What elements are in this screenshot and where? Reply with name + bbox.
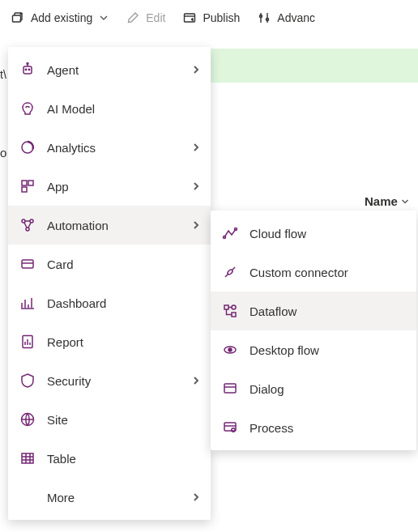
automation-icon — [19, 217, 36, 233]
chevron-right-icon — [191, 376, 201, 385]
truncated-text: t\ — [0, 68, 6, 81]
submenu-item-custom-connector[interactable]: Custom connector — [211, 253, 416, 292]
publish-button[interactable]: Publish — [175, 3, 248, 32]
add-existing-button[interactable]: Add existing — [3, 3, 117, 32]
svg-point-13 — [30, 219, 33, 223]
svg-rect-27 — [224, 384, 236, 393]
svg-point-21 — [227, 269, 233, 275]
submenu-item-label: Process — [250, 421, 407, 435]
truncated-text: o — [0, 146, 6, 160]
menu-item-card[interactable]: Card — [8, 245, 211, 283]
svg-rect-23 — [232, 313, 236, 317]
svg-rect-15 — [22, 260, 33, 268]
menu-item-label: App — [47, 180, 180, 194]
automation-submenu: Cloud flow Custom connector Dataflow Des… — [211, 211, 416, 450]
menu-item-table[interactable]: Table — [8, 439, 211, 478]
menu-item-agent[interactable]: Agent — [8, 50, 211, 89]
chevron-down-icon — [401, 194, 409, 208]
dialog-icon — [222, 381, 238, 397]
edit-button: Edit — [118, 3, 173, 32]
edit-label: Edit — [146, 11, 165, 24]
chevron-right-icon — [191, 143, 201, 152]
menu-item-app[interactable]: App — [8, 167, 211, 206]
chevron-right-icon — [191, 65, 201, 74]
menu-item-label: Analytics — [47, 141, 180, 155]
publish-label: Publish — [203, 11, 240, 24]
ai-model-icon — [19, 100, 36, 117]
svg-rect-4 — [23, 66, 32, 74]
chevron-down-icon — [99, 13, 109, 23]
svg-rect-28 — [224, 423, 236, 431]
menu-item-label: Site — [47, 413, 201, 427]
svg-rect-9 — [22, 181, 27, 185]
card-icon — [19, 256, 36, 272]
svg-point-12 — [22, 219, 25, 223]
submenu-item-label: Custom connector — [250, 266, 407, 279]
desktop-flow-icon — [222, 342, 238, 358]
submenu-item-desktop-flow[interactable]: Desktop flow — [211, 330, 416, 369]
advanced-label: Advanc — [277, 11, 315, 24]
svg-rect-18 — [22, 453, 33, 463]
column-header-label: Name — [365, 194, 398, 208]
menu-item-analytics[interactable]: Analytics — [8, 128, 211, 167]
svg-rect-10 — [28, 181, 33, 185]
connector-icon — [222, 264, 238, 280]
menu-item-label: More — [47, 491, 180, 504]
app-icon — [19, 178, 36, 194]
submenu-item-label: Dialog — [250, 382, 407, 396]
menu-item-label: Automation — [47, 219, 180, 232]
notification-bar — [211, 49, 418, 83]
menu-item-label: AI Model — [47, 102, 201, 116]
publish-icon — [183, 11, 196, 24]
cloud-flow-icon — [222, 225, 238, 241]
dataflow-icon — [222, 303, 238, 319]
svg-point-26 — [228, 348, 232, 351]
svg-point-29 — [232, 428, 235, 432]
analytics-icon — [19, 139, 36, 155]
menu-item-label: Agent — [47, 63, 180, 77]
process-icon — [222, 419, 238, 436]
submenu-item-cloud-flow[interactable]: Cloud flow — [211, 214, 416, 253]
menu-item-label: Security — [47, 374, 180, 388]
dashboard-icon — [19, 295, 36, 311]
submenu-item-dialog[interactable]: Dialog — [211, 369, 416, 408]
add-existing-label: Add existing — [31, 11, 92, 24]
advanced-button[interactable]: Advanc — [250, 3, 323, 32]
svg-point-24 — [232, 305, 236, 309]
chevron-right-icon — [191, 220, 201, 230]
submenu-item-label: Desktop flow — [250, 343, 407, 357]
submenu-item-label: Cloud flow — [250, 227, 407, 240]
chevron-right-icon — [191, 492, 201, 502]
menu-item-site[interactable]: Site — [8, 400, 211, 439]
add-existing-icon — [11, 11, 24, 24]
shield-icon — [19, 372, 36, 389]
menu-item-label: Table — [47, 452, 201, 466]
svg-point-5 — [27, 63, 28, 65]
submenu-item-process[interactable]: Process — [211, 408, 416, 447]
agent-icon — [19, 62, 36, 78]
submenu-item-dataflow[interactable]: Dataflow — [211, 292, 416, 330]
svg-point-6 — [25, 69, 26, 70]
add-existing-menu: Agent AI Model Analytics App Automation — [8, 47, 211, 520]
menu-item-more[interactable]: More — [8, 478, 211, 517]
svg-rect-0 — [13, 15, 21, 22]
menu-item-security[interactable]: Security — [8, 361, 211, 400]
svg-point-14 — [26, 228, 29, 231]
svg-rect-22 — [224, 305, 228, 309]
site-icon — [19, 411, 36, 428]
menu-item-dashboard[interactable]: Dashboard — [8, 283, 211, 322]
report-icon — [19, 334, 36, 350]
menu-item-label: Report — [47, 335, 201, 349]
menu-item-report[interactable]: Report — [8, 322, 211, 361]
menu-item-automation[interactable]: Automation — [8, 206, 211, 245]
chevron-right-icon — [191, 181, 201, 191]
svg-rect-11 — [22, 187, 27, 192]
table-icon — [19, 450, 36, 466]
column-header-name[interactable]: Name — [365, 194, 409, 208]
menu-item-label: Dashboard — [47, 296, 201, 310]
advanced-icon — [258, 11, 271, 24]
command-bar: Add existing Edit Publish — [0, 0, 418, 36]
edit-icon — [126, 11, 139, 24]
submenu-item-label: Dataflow — [250, 304, 407, 318]
menu-item-ai-model[interactable]: AI Model — [8, 89, 211, 128]
